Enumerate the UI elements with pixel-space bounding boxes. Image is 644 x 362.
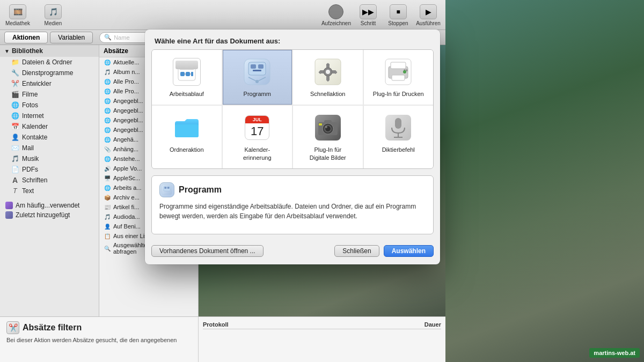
dictation-icon bbox=[383, 113, 413, 143]
toolbar: 🎞️ Mediathek 🎵 Medien Aufzeichnen ▶▶ Sch… bbox=[0, 0, 445, 30]
action-icon: 🌐 bbox=[104, 126, 111, 134]
document-type-grid: WFLOW Arbeitsablauf bbox=[151, 49, 434, 169]
doc-type-folder[interactable]: Ordneraktion bbox=[152, 106, 222, 168]
sidebar-item-dienstprogramme[interactable]: 🔧 Dienstprogramme bbox=[0, 68, 99, 78]
search-icon: 🔍 bbox=[104, 34, 112, 41]
sidebar-item-label: Fotos bbox=[22, 101, 38, 109]
action-icon: 🌐 bbox=[104, 155, 111, 162]
folder-icon: 📁 bbox=[11, 58, 19, 67]
workflow-label: Arbeitsablauf bbox=[170, 90, 204, 98]
movie-icon: 🎬 bbox=[11, 90, 19, 99]
protocol-label: Protokoll bbox=[203, 321, 229, 328]
action-icon: 🔍 bbox=[104, 245, 111, 252]
description-box: Programm Programme sind eigenständige Ar… bbox=[151, 175, 434, 234]
sidebar-item-label: Filme bbox=[22, 91, 38, 98]
duration-label: Dauer bbox=[425, 321, 441, 328]
sidebar-item-recent[interactable]: Zuletzt hinzugefügt bbox=[0, 210, 99, 220]
sidebar-item-fotos[interactable]: 🌐 Fotos bbox=[0, 100, 99, 110]
action-label: Aktuelle... bbox=[113, 59, 139, 65]
svg-rect-4 bbox=[186, 72, 190, 76]
library-button[interactable]: 🎞️ Mediathek bbox=[4, 4, 31, 26]
action-icon: 📦 bbox=[104, 194, 111, 201]
svg-point-32 bbox=[403, 70, 406, 73]
recent-icon bbox=[5, 211, 13, 219]
internet-icon: 🌐 bbox=[11, 112, 19, 120]
camera-svg bbox=[314, 114, 342, 142]
service-label: Schnellaktion bbox=[310, 90, 345, 98]
svg-point-13 bbox=[255, 80, 259, 83]
doc-type-camera[interactable]: Plug-In fürDigitale Bilder bbox=[293, 106, 363, 168]
doc-type-workflow[interactable]: WFLOW Arbeitsablauf bbox=[152, 50, 222, 105]
print-label: Plug-In für Drucken bbox=[373, 90, 424, 98]
action-icon: 🎵 bbox=[104, 213, 111, 220]
sidebar-item-filme[interactable]: 🎬 Filme bbox=[0, 89, 99, 100]
sidebar-item-label: Kalender bbox=[22, 123, 48, 130]
run-label: Ausführen bbox=[416, 20, 441, 26]
open-document-button[interactable]: Vorhandenes Dokument öffnen ... bbox=[151, 245, 264, 257]
select-button[interactable]: Auswählen bbox=[384, 245, 434, 257]
stop-button[interactable]: ■ Stoppen bbox=[385, 4, 411, 26]
doc-type-print[interactable]: Plug-In für Drucken bbox=[364, 50, 434, 105]
search-placeholder: Name bbox=[114, 34, 129, 41]
sidebar-item-mail[interactable]: ✉️ Mail bbox=[0, 143, 99, 153]
tools-icon: 🔧 bbox=[11, 69, 19, 77]
action-label: Album n... bbox=[113, 69, 140, 75]
doc-type-dictation[interactable]: Diktierbefehl bbox=[364, 106, 434, 168]
sidebar-item-dateien[interactable]: 📁 Dateien & Ordner bbox=[0, 57, 99, 68]
sidebar-item-kontakte[interactable]: 👤 Kontakte bbox=[0, 132, 99, 143]
run-button[interactable]: ▶ Ausführen bbox=[415, 4, 441, 26]
action-icon: 🌐 bbox=[104, 107, 111, 114]
step-icon: ▶▶ bbox=[360, 4, 377, 19]
sidebar-item-text[interactable]: T Text bbox=[0, 186, 99, 196]
svg-rect-5 bbox=[191, 72, 193, 76]
dialog-btn-group: Schließen Auswählen bbox=[334, 245, 434, 257]
doc-type-service[interactable]: Schnellaktion bbox=[293, 50, 363, 105]
svg-rect-28 bbox=[392, 75, 405, 80]
media-icon: 🎵 bbox=[45, 4, 62, 19]
action-label: Angegebl... bbox=[113, 98, 143, 104]
close-button[interactable]: Schließen bbox=[334, 245, 379, 257]
doc-type-calendar[interactable]: JUL 17 Kalender-erinnerung bbox=[223, 106, 292, 168]
toolbar-right: Aufzeichnen ▶▶ Schritt ■ Stoppen ▶ Ausfü… bbox=[321, 4, 441, 26]
developer-icon: ✂️ bbox=[11, 79, 19, 88]
gear-svg bbox=[314, 58, 342, 86]
dialog-buttons: Vorhandenes Dokument öffnen ... Schließe… bbox=[145, 241, 440, 264]
sidebar-item-schriften[interactable]: A Schriften bbox=[0, 175, 99, 186]
sidebar-section-header[interactable]: ▼ Bibliothek bbox=[0, 45, 99, 57]
sidebar-item-pdfs[interactable]: 📄 PDFs bbox=[0, 164, 99, 175]
music-icon: 🎵 bbox=[11, 154, 19, 163]
svg-rect-49 bbox=[167, 187, 170, 189]
svg-rect-41 bbox=[319, 123, 322, 125]
library-label: Mediathek bbox=[5, 20, 30, 26]
action-label: Audioda... bbox=[113, 213, 140, 220]
action-label: Angegebl... bbox=[113, 107, 143, 114]
tab-variablen[interactable]: Variablen bbox=[50, 32, 93, 43]
dialog-title: Wähle eine Art für das Dokument aus: bbox=[145, 29, 440, 49]
tab-aktionen[interactable]: Aktionen bbox=[4, 32, 48, 43]
doc-type-app[interactable]: Programm bbox=[223, 50, 292, 105]
sidebar-item-entwickler[interactable]: ✂️ Entwickler bbox=[0, 78, 99, 89]
svg-rect-1 bbox=[179, 64, 194, 70]
sidebar-item-internet[interactable]: 🌐 Internet bbox=[0, 110, 99, 121]
media-button[interactable]: 🎵 Medien bbox=[40, 4, 67, 26]
action-icon: 🖥️ bbox=[104, 174, 111, 182]
sidebar-item-label: Internet bbox=[22, 112, 44, 120]
calendar-reminder-icon: JUL 17 bbox=[242, 113, 272, 143]
action-label: Angehä... bbox=[113, 136, 138, 143]
step-button[interactable]: ▶▶ Schritt bbox=[355, 4, 381, 26]
sidebar-item-frequent[interactable]: Am häufig...verwendet bbox=[0, 201, 99, 210]
folder-action-label: Ordneraktion bbox=[170, 146, 204, 153]
svg-rect-3 bbox=[180, 72, 185, 76]
sidebar-item-musik[interactable]: 🎵 Musik bbox=[0, 153, 99, 164]
action-icon: 🌐 bbox=[104, 58, 111, 66]
record-button[interactable]: Aufzeichnen bbox=[321, 4, 351, 26]
bottom-title: ✂️ Absätze filtern bbox=[6, 321, 192, 334]
sidebar-item-label: Entwickler bbox=[22, 80, 52, 87]
action-description: Bei dieser Aktion werden Absätze gesucht… bbox=[6, 336, 192, 344]
sidebar-item-label: Schriften bbox=[22, 176, 47, 184]
action-label: Arbeits a... bbox=[113, 184, 142, 191]
run-icon: ▶ bbox=[420, 4, 437, 19]
sidebar-item-kalender[interactable]: 📅 Kalender bbox=[0, 121, 99, 132]
app-svg bbox=[243, 58, 271, 86]
camera-label: Plug-In fürDigitale Bilder bbox=[310, 146, 346, 161]
